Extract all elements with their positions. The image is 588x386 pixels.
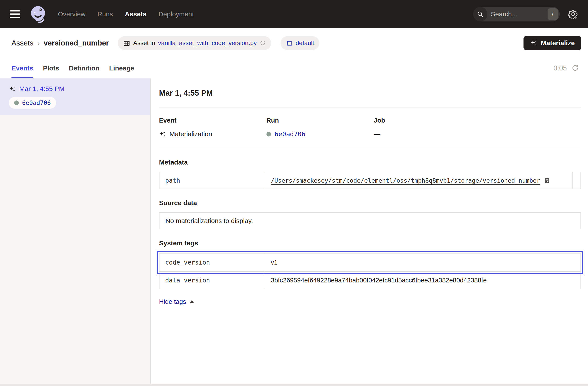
path-value-link[interactable]: /Users/smackesey/stm/code/elementl/oss/t… — [271, 177, 540, 184]
event-column: Event Materialization — [159, 117, 266, 138]
primary-nav: Overview Runs Assets Deployment — [58, 10, 194, 18]
event-type-value: Materialization — [169, 130, 212, 138]
empty-message: No materializations to display. — [166, 217, 253, 224]
collapse-arrow-icon — [189, 300, 194, 303]
event-column-label: Event — [159, 117, 266, 124]
table-grid-icon — [123, 40, 130, 47]
metadata-key-cell: path — [160, 172, 265, 189]
hide-tags-label: Hide tags — [159, 298, 186, 305]
code-version-row: code_version v1 — [160, 254, 581, 271]
materialize-button[interactable]: Materialize — [524, 36, 581, 50]
top-nav: Overview Runs Assets Deployment / — [0, 0, 588, 28]
tag-key-cell: code_version — [160, 254, 265, 271]
refresh-icon[interactable] — [571, 64, 579, 72]
search-input[interactable] — [487, 10, 547, 18]
data-version-row: data_version 3bfc269594ef649228e9a74bab0… — [160, 271, 581, 289]
gear-icon[interactable] — [568, 9, 578, 19]
run-id-label: 6e0ad706 — [22, 99, 51, 106]
event-list-sidebar: Mar 1, 4:55 PM 6e0ad706 — [0, 78, 151, 386]
tag-value-cell: 3bfc269594ef649228e9a74bab00f042efc91d5a… — [265, 272, 581, 289]
run-id-link[interactable]: 6e0ad706 — [274, 130, 305, 138]
table-row: path /Users/smackesey/stm/code/elementl/… — [160, 172, 581, 189]
materialization-event-list-item[interactable]: Mar 1, 4:55 PM 6e0ad706 — [0, 78, 150, 115]
content-area: Mar 1, 4:55 PM 6e0ad706 Mar 1, 4:55 PM E… — [0, 78, 588, 386]
tag-key-cell: data_version — [160, 272, 265, 289]
table-end-cell — [572, 172, 581, 189]
refresh-countdown: 0:05 — [554, 64, 567, 72]
event-timestamp-link[interactable]: Mar 1, 4:55 PM — [19, 85, 64, 93]
tab-plots[interactable]: Plots — [43, 58, 59, 78]
system-tags-heading: System tags — [159, 239, 581, 247]
tab-lineage[interactable]: Lineage — [109, 58, 134, 78]
tag-value-cell: v1 — [265, 254, 581, 271]
metadata-table: path /Users/smackesey/stm/code/elementl/… — [159, 172, 581, 189]
sparkle-icon — [159, 131, 166, 138]
nav-item-deployment[interactable]: Deployment — [158, 10, 194, 18]
dagster-logo[interactable] — [28, 4, 48, 24]
system-tags-table: code_version v1 data_version 3bfc269594e… — [159, 253, 581, 289]
job-column: Job — — [374, 117, 581, 138]
code-file-link[interactable]: vanilla_asset_with_code_version.py — [158, 40, 257, 47]
search-icon — [473, 7, 487, 21]
event-detail-title: Mar 1, 4:55 PM — [159, 89, 581, 97]
sparkle-icon — [9, 85, 16, 92]
run-id-badge[interactable]: 6e0ad706 — [9, 97, 56, 109]
tab-bar: Events Plots Definition Lineage 0:05 — [0, 58, 588, 78]
hide-tags-toggle[interactable]: Hide tags — [159, 298, 194, 305]
event-detail-panel: Mar 1, 4:55 PM Event Materialization Run… — [151, 78, 588, 386]
divider — [159, 148, 581, 148]
metadata-heading: Metadata — [159, 159, 581, 166]
job-value: — — [374, 130, 380, 138]
nav-item-assets[interactable]: Assets — [125, 10, 147, 18]
bottom-edge-strip — [0, 384, 588, 386]
materialize-label: Materialize — [541, 39, 575, 47]
asset-in-label: Asset in — [133, 40, 155, 47]
tab-events[interactable]: Events — [11, 58, 33, 78]
source-data-empty-state: No materializations to display. — [159, 212, 581, 229]
nav-item-overview[interactable]: Overview — [58, 10, 85, 18]
sparkle-icon — [530, 39, 538, 47]
reload-definition-icon[interactable] — [260, 40, 266, 46]
copy-to-clipboard-icon[interactable] — [544, 177, 550, 184]
repo-grid-icon — [286, 40, 293, 47]
run-status-dot — [14, 101, 19, 105]
hamburger-menu-icon[interactable] — [10, 10, 20, 18]
global-search[interactable]: / — [473, 7, 560, 21]
page-title: versioned_number — [44, 39, 109, 47]
nav-item-runs[interactable]: Runs — [97, 10, 113, 18]
search-shortcut-badge: / — [547, 8, 558, 20]
run-column: Run 6e0ad706 — [266, 117, 374, 138]
divider — [159, 107, 581, 108]
breadcrumb-chevron-icon: › — [37, 39, 40, 47]
repository-tag[interactable]: default — [280, 36, 319, 50]
job-column-label: Job — [374, 117, 581, 124]
breadcrumb-assets-link[interactable]: Assets — [11, 39, 33, 47]
asset-definition-tag: Asset in vanilla_asset_with_code_version… — [118, 36, 271, 50]
repo-name-label: default — [295, 40, 314, 47]
run-status-dot — [266, 132, 271, 137]
page-header: Assets › versioned_number Asset in vanil… — [0, 28, 588, 58]
source-data-heading: Source data — [159, 199, 581, 207]
tab-definition[interactable]: Definition — [69, 58, 99, 78]
run-column-label: Run — [266, 117, 374, 124]
